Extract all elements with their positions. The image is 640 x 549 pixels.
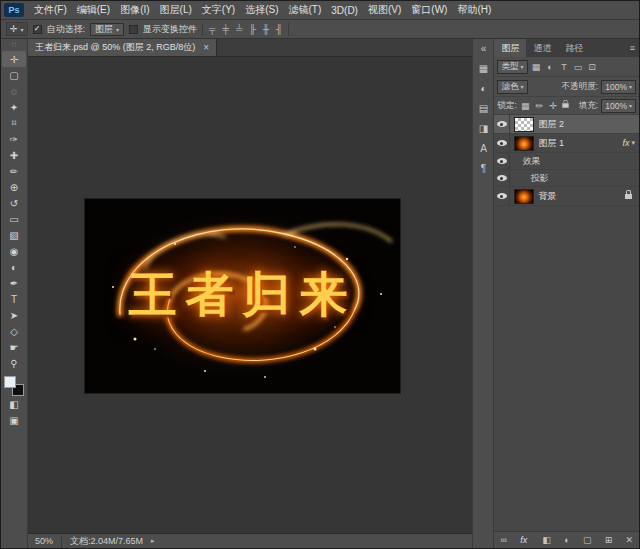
layer-row-layer1[interactable]: 图层 1 fx ▾ [494, 134, 639, 153]
document-canvas[interactable]: 王者归来 [85, 199, 400, 393]
layer-row-drop-shadow[interactable]: 投影 [494, 170, 639, 187]
rectangular-marquee-tool[interactable]: ▢ [2, 67, 26, 83]
menu-view[interactable]: 视图(V) [363, 3, 406, 17]
color-panel-icon[interactable]: ▦ [475, 62, 491, 75]
fill-dropdown[interactable]: 100% ▾ [601, 99, 636, 113]
visibility-cell[interactable] [494, 153, 510, 169]
lock-transparency-icon[interactable]: ▦ [520, 101, 531, 111]
eyedropper-tool[interactable]: ✑ [2, 131, 26, 147]
quick-selection-tool[interactable]: ✦ [2, 99, 26, 115]
menu-edit[interactable]: 编辑(E) [72, 3, 115, 17]
color-swatches [4, 376, 24, 396]
character-panel-icon[interactable]: A [475, 142, 491, 155]
visibility-cell[interactable] [494, 170, 510, 186]
canvas-pasteboard[interactable]: 王者归来 [28, 57, 472, 533]
dodge-tool[interactable]: ◐ [2, 259, 26, 275]
lock-position-icon[interactable]: ✛ [548, 101, 559, 111]
styles-panel-icon[interactable]: ▤ [475, 102, 491, 115]
layer-thumbnail[interactable] [514, 189, 534, 204]
menu-file[interactable]: 文件(F) [29, 3, 72, 17]
menu-filter[interactable]: 滤镜(T) [284, 3, 327, 17]
menu-layer[interactable]: 图层(L) [155, 3, 197, 17]
toolbar-grip-icon[interactable]: ∷ [12, 41, 16, 49]
menu-3d[interactable]: 3D(D) [326, 5, 363, 16]
layer-thumbnail[interactable] [514, 117, 534, 132]
type-tool[interactable]: T [2, 291, 26, 307]
align-left-icon[interactable]: ╟ [248, 24, 256, 34]
path-selection-tool[interactable]: ➤ [2, 307, 26, 323]
auto-select-checkbox[interactable]: ✓ [33, 25, 42, 34]
shape-tool[interactable]: ◇ [2, 323, 26, 339]
layer-filter-dropdown[interactable]: 类型 ▾ [497, 60, 527, 74]
brush-tool[interactable]: ✏ [2, 163, 26, 179]
opacity-dropdown[interactable]: 100% ▾ [601, 80, 636, 94]
layer-style-icon[interactable]: fx [520, 535, 527, 545]
menu-select[interactable]: 选择(S) [240, 3, 283, 17]
tab-channels[interactable]: 通道 [526, 39, 558, 57]
eraser-tool[interactable]: ▭ [2, 211, 26, 227]
tool-preset-picker[interactable]: ✛ ▾ [6, 22, 28, 36]
document-tab[interactable]: 王者归来.psd @ 50% (图层 2, RGB/8位) × [28, 39, 217, 56]
zoom-tool[interactable]: ⚲ [2, 355, 26, 371]
adjustments-panel-icon[interactable]: ◐ [475, 82, 491, 95]
clone-stamp-tool[interactable]: ⊕ [2, 179, 26, 195]
visibility-cell[interactable] [494, 187, 510, 205]
history-brush-tool[interactable]: ↺ [2, 195, 26, 211]
gradient-tool[interactable]: ▧ [2, 227, 26, 243]
menu-help[interactable]: 帮助(H) [452, 3, 496, 17]
menu-image[interactable]: 图像(I) [115, 3, 154, 17]
adjustment-filter-icon[interactable]: ◐ [545, 62, 556, 72]
visibility-cell[interactable] [494, 134, 510, 152]
lasso-tool[interactable]: ◌ [2, 83, 26, 99]
panel-menu-icon[interactable]: ≡ [626, 39, 639, 57]
zoom-level-field[interactable]: 50% [35, 536, 53, 546]
quick-mask-button[interactable]: ◧ [2, 396, 26, 412]
foreground-color-swatch[interactable] [4, 376, 16, 388]
align-right-icon[interactable]: ╢ [275, 24, 283, 34]
visibility-cell[interactable] [494, 115, 510, 133]
layer-row-background[interactable]: 背景 [494, 187, 639, 206]
hand-tool[interactable]: ☛ [2, 339, 26, 355]
fx-badge[interactable]: fx [622, 138, 629, 148]
new-group-icon[interactable]: ▢ [583, 535, 592, 545]
new-layer-icon[interactable]: ⊞ [605, 535, 613, 545]
shape-filter-icon[interactable]: ▭ [573, 62, 584, 72]
collapse-fx-icon[interactable]: ▾ [631, 139, 635, 147]
move-tool[interactable]: ✛ [2, 51, 26, 67]
ps-logo[interactable]: Ps [4, 3, 24, 17]
lock-all-icon[interactable] [562, 103, 568, 108]
menu-window[interactable]: 窗口(W) [406, 3, 452, 17]
spot-healing-tool[interactable]: ✚ [2, 147, 26, 163]
paragraph-panel-icon[interactable]: ¶ [475, 162, 491, 175]
align-hcenter-icon[interactable]: ╫ [262, 24, 270, 34]
menu-type[interactable]: 文字(Y) [197, 3, 240, 17]
pixel-filter-icon[interactable]: ▦ [531, 62, 542, 72]
close-icon[interactable]: × [203, 42, 209, 53]
auto-select-target-dropdown[interactable]: 图层 ▾ [90, 23, 124, 36]
lock-pixels-icon[interactable]: ✏ [534, 101, 545, 111]
tab-layers[interactable]: 图层 [494, 39, 526, 57]
eye-icon [497, 175, 507, 181]
align-vcenter-icon[interactable]: ╪ [221, 24, 229, 34]
layer-row-effects[interactable]: 效果 [494, 153, 639, 170]
align-top-icon[interactable]: ╤ [208, 24, 216, 34]
link-layers-icon[interactable]: ∞ [500, 535, 506, 545]
blur-tool[interactable]: ◉ [2, 243, 26, 259]
smart-object-filter-icon[interactable]: ⊡ [587, 62, 598, 72]
screen-mode-button[interactable]: ▣ [2, 412, 26, 428]
status-flyout-icon[interactable]: ▸ [151, 537, 155, 545]
pen-tool[interactable]: ✒ [2, 275, 26, 291]
align-bottom-icon[interactable]: ╧ [235, 24, 243, 34]
tab-paths[interactable]: 路径 [558, 39, 590, 57]
type-filter-icon[interactable]: T [559, 62, 570, 72]
layer-thumbnail[interactable] [514, 136, 534, 151]
show-transform-checkbox[interactable] [129, 25, 138, 34]
add-layer-mask-icon[interactable]: ◧ [542, 535, 551, 545]
properties-panel-icon[interactable]: ◨ [475, 122, 491, 135]
blend-mode-dropdown[interactable]: 滤色 ▾ [497, 80, 527, 94]
crop-tool[interactable]: ⌗ [2, 115, 26, 131]
collapse-panels-icon[interactable]: « [475, 42, 491, 55]
delete-layer-icon[interactable]: ✕ [625, 535, 633, 545]
layer-row-layer2[interactable]: 图层 2 [494, 115, 639, 134]
new-adjustment-layer-icon[interactable]: ◐ [564, 535, 569, 545]
